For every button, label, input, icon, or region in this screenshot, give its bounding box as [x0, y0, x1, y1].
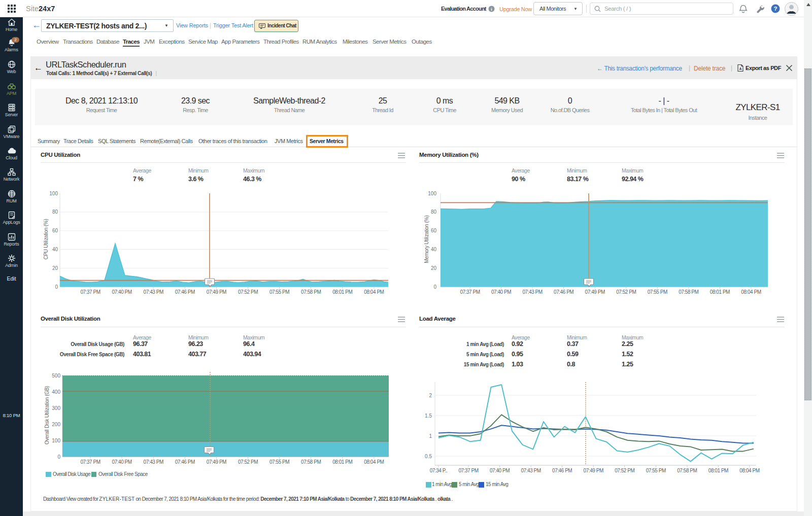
svg-text:07:49 PM: 07:49 PM	[584, 468, 603, 473]
svg-text:07:34 P..: 07:34 P..	[430, 468, 448, 473]
svg-text:07:46 PM: 07:46 PM	[552, 468, 572, 473]
svg-text:1: 1	[429, 433, 432, 439]
svg-text:07:37 PM: 07:37 PM	[80, 289, 100, 295]
svg-text:40: 40	[52, 247, 58, 252]
svg-text:07:58 PM: 07:58 PM	[677, 468, 697, 473]
svg-text:07:46 PM: 07:46 PM	[175, 459, 195, 465]
svg-text:400: 400	[52, 389, 60, 395]
svg-text:07:55 PM: 07:55 PM	[648, 289, 667, 295]
svg-text:07:43 PM: 07:43 PM	[144, 459, 163, 465]
svg-text:A: A	[739, 67, 742, 71]
svg-text:08:04 PM: 08:04 PM	[739, 468, 759, 473]
svg-text:07:40 PM: 07:40 PM	[112, 289, 131, 295]
svg-text:07:43 PM: 07:43 PM	[521, 468, 540, 473]
svg-text:0: 0	[57, 454, 60, 460]
svg-text:08:01 PM: 08:01 PM	[708, 468, 728, 473]
svg-text:0: 0	[433, 284, 436, 290]
svg-text:07:52 PM: 07:52 PM	[615, 468, 634, 473]
svg-text:2: 2	[429, 393, 432, 398]
svg-text:08:01 PM: 08:01 PM	[332, 459, 352, 465]
svg-text:07:37 PM: 07:37 PM	[460, 289, 480, 295]
svg-text:07:49 PM: 07:49 PM	[585, 289, 605, 295]
svg-text:08:01 PM: 08:01 PM	[710, 289, 730, 295]
svg-text:07:40 PM: 07:40 PM	[112, 459, 131, 465]
svg-text:07:40 PM: 07:40 PM	[490, 468, 510, 473]
svg-text:300: 300	[52, 405, 60, 411]
svg-text:20: 20	[52, 265, 58, 271]
svg-text:07:49 PM: 07:49 PM	[207, 459, 226, 465]
svg-text:07:37 PM: 07:37 PM	[80, 459, 100, 465]
svg-text:07:46 PM: 07:46 PM	[554, 289, 573, 295]
svg-text:07:55 PM: 07:55 PM	[269, 459, 289, 465]
svg-text:100: 100	[49, 191, 58, 196]
svg-text:80: 80	[52, 209, 58, 215]
svg-text:07:55 PM: 07:55 PM	[646, 468, 666, 473]
svg-text:80: 80	[431, 209, 437, 215]
svg-text:08:01 PM: 08:01 PM	[332, 289, 352, 295]
svg-text:07:58 PM: 07:58 PM	[301, 289, 321, 295]
svg-text:07:52 PM: 07:52 PM	[616, 289, 636, 295]
svg-text:07:52 PM: 07:52 PM	[238, 289, 258, 295]
svg-text:?: ?	[773, 6, 777, 12]
svg-text:08:04 PM: 08:04 PM	[364, 289, 384, 295]
svg-text:0: 0	[55, 284, 58, 290]
svg-text:60: 60	[52, 228, 58, 233]
svg-text:07:58 PM: 07:58 PM	[301, 459, 321, 465]
svg-text:500: 500	[52, 373, 60, 379]
svg-text:60: 60	[431, 228, 437, 233]
svg-text:07:37 PM: 07:37 PM	[458, 468, 478, 473]
svg-text:100: 100	[428, 191, 436, 196]
svg-text:07:43 PM: 07:43 PM	[144, 289, 163, 295]
svg-text:07:52 PM: 07:52 PM	[238, 459, 258, 465]
svg-text:0.5: 0.5	[425, 454, 432, 459]
svg-text:200: 200	[52, 422, 60, 427]
svg-text:07:43 PM: 07:43 PM	[522, 289, 542, 295]
svg-text:100: 100	[52, 438, 60, 443]
svg-text:07:46 PM: 07:46 PM	[175, 289, 195, 295]
svg-text:07:55 PM: 07:55 PM	[269, 289, 289, 295]
svg-text:40: 40	[431, 247, 437, 252]
svg-text:08:04 PM: 08:04 PM	[364, 459, 384, 465]
svg-text:07:58 PM: 07:58 PM	[679, 289, 698, 295]
svg-text:1.5: 1.5	[425, 413, 432, 419]
svg-text:08:04 PM: 08:04 PM	[741, 289, 761, 295]
svg-text:20: 20	[431, 265, 437, 271]
svg-text:07:40 PM: 07:40 PM	[491, 289, 511, 295]
svg-text:07:49 PM: 07:49 PM	[207, 289, 226, 295]
